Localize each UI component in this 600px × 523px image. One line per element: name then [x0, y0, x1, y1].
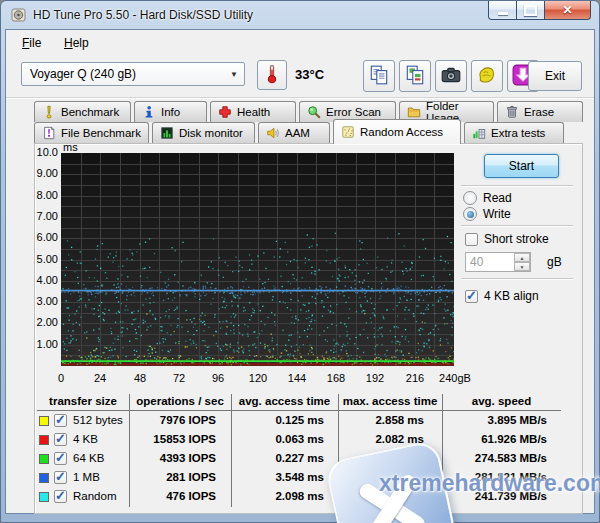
spin-down-icon[interactable]: ▼	[514, 262, 530, 271]
x-axis-end-label: 240gB	[432, 372, 478, 384]
series-checkbox[interactable]	[54, 452, 67, 465]
y-tick: 6.00	[22, 231, 58, 243]
tab-label: Extra tests	[491, 127, 545, 139]
table-row: 512 bytes 7976 IOPS 0.125 ms 2.858 ms 3.…	[37, 412, 561, 431]
title-bar: HD Tune Pro 5.50 - Hard Disk/SSD Utility…	[1, 1, 599, 29]
file-benchmark-icon	[42, 126, 56, 140]
menu-help[interactable]: Help	[57, 34, 96, 52]
y-tick: 5.00	[22, 253, 58, 265]
tab-erase[interactable]: Erase	[497, 101, 583, 122]
y-tick: 2.00	[22, 316, 58, 328]
tab-label: AAM	[285, 127, 310, 139]
y-tick: 8.00	[22, 189, 58, 201]
tab-label: Health	[237, 106, 270, 118]
series-color-swatch	[39, 435, 49, 445]
table-row: 64 KB 4393 IOPS 0.227 ms 0.631 ms 274.58…	[37, 450, 561, 469]
series-label: Random	[73, 490, 116, 502]
screenshot-button[interactable]	[435, 60, 467, 92]
ops-value: 7976 IOPS	[129, 414, 216, 426]
table-header: transfer size operations / sec avg. acce…	[37, 395, 561, 410]
header-underline	[37, 410, 561, 411]
toolbar-separator	[6, 97, 594, 99]
temperature-value: 33°C	[295, 67, 324, 82]
tab-aam[interactable]: AAM	[258, 122, 330, 143]
read-radio[interactable]: Read	[463, 191, 512, 205]
minimize-button[interactable]	[488, 1, 517, 20]
short-stroke-size-input[interactable]	[466, 253, 510, 271]
copy-text-button[interactable]	[363, 60, 395, 92]
series-checkbox[interactable]	[54, 471, 67, 484]
tab-label: Random Access	[360, 126, 443, 138]
tab-disk-monitor[interactable]: Disk monitor	[152, 122, 255, 143]
series-checkbox[interactable]	[54, 433, 67, 446]
info-icon	[142, 105, 156, 119]
close-icon: ✕	[562, 3, 572, 17]
col-transfer-size: transfer size	[37, 395, 129, 407]
panel-separator	[461, 185, 573, 187]
health-icon	[218, 105, 232, 119]
y-tick: 9.00	[22, 167, 58, 179]
x-tick: 0	[41, 372, 81, 384]
align-checkbox[interactable]: 4 KB align	[465, 289, 539, 303]
series-checkbox[interactable]	[54, 414, 67, 427]
drive-select[interactable]: Voyager Q (240 gB) ▼	[21, 62, 245, 86]
tab-info[interactable]: Info	[134, 101, 207, 122]
table-row: 4 KB 15853 IOPS 0.063 ms 2.082 ms 61.926…	[37, 431, 561, 450]
series-checkbox[interactable]	[54, 490, 67, 503]
x-tick: 168	[316, 372, 356, 384]
menu-file[interactable]: File	[15, 34, 48, 52]
series-label: 64 KB	[73, 452, 104, 464]
close-button[interactable]: ✕	[545, 1, 591, 20]
access-time-scatter-plot	[61, 153, 454, 366]
tab-file-benchmark[interactable]: File Benchmark	[34, 122, 149, 143]
y-tick: 1.00	[22, 338, 58, 350]
random-access-icon	[341, 125, 355, 139]
extra-tests-icon	[472, 126, 486, 140]
radio-icon	[463, 207, 477, 221]
tab-extra-tests[interactable]: Extra tests	[464, 122, 564, 143]
donate-button[interactable]	[471, 60, 503, 92]
tab-label: Benchmark	[61, 106, 119, 118]
window-title: HD Tune Pro 5.50 - Hard Disk/SSD Utility	[33, 8, 253, 22]
avg-access-value: 3.548 ms	[231, 471, 324, 483]
checkbox-icon	[465, 290, 478, 303]
panel-separator	[461, 278, 573, 280]
x-tick: 48	[120, 372, 160, 384]
spin-up-icon[interactable]: ▲	[514, 253, 530, 262]
avg-access-value: 0.227 ms	[231, 452, 324, 464]
x-tick: 192	[355, 372, 395, 384]
disk-monitor-icon	[160, 126, 174, 140]
tab-benchmark[interactable]: Benchmark	[34, 101, 131, 122]
tab-random-access[interactable]: Random Access	[333, 119, 461, 144]
short-stroke-size-stepper[interactable]: ▲ ▼	[465, 252, 531, 272]
copy-image-button[interactable]	[399, 60, 431, 92]
exit-button[interactable]: Exit	[528, 61, 582, 91]
erase-icon	[505, 105, 519, 119]
folder-icon	[407, 105, 421, 119]
max-access-value: 2.082 ms	[338, 433, 424, 445]
short-stroke-label: Short stroke	[484, 232, 549, 246]
write-label: Write	[483, 207, 511, 221]
start-button[interactable]: Start	[484, 154, 559, 178]
maximize-icon	[524, 5, 537, 16]
camera-icon	[440, 64, 462, 89]
series-color-swatch	[39, 454, 49, 464]
tab-label: Info	[161, 106, 180, 118]
tab-label: Error Scan	[326, 106, 381, 118]
window-controls: ✕	[488, 1, 591, 20]
short-stroke-checkbox[interactable]: Short stroke	[465, 232, 549, 246]
col-avg-access: avg. access time	[231, 395, 338, 407]
tab-health[interactable]: Health	[210, 101, 296, 122]
spinner-buttons: ▲ ▼	[514, 253, 530, 271]
y-tick: 7.00	[22, 210, 58, 222]
avg-speed-value: 61.926 MB/s	[442, 433, 547, 445]
max-access-value: 2.858 ms	[338, 414, 424, 426]
col-operations: operations / sec	[129, 395, 231, 407]
temperature-button[interactable]	[257, 60, 287, 90]
ops-value: 476 IOPS	[129, 490, 216, 502]
col-max-access: max. access time	[338, 395, 442, 407]
copy-image-icon	[404, 64, 426, 89]
tab-label: Disk monitor	[179, 127, 243, 139]
write-radio[interactable]: Write	[463, 207, 511, 221]
maximize-button[interactable]	[517, 1, 545, 20]
